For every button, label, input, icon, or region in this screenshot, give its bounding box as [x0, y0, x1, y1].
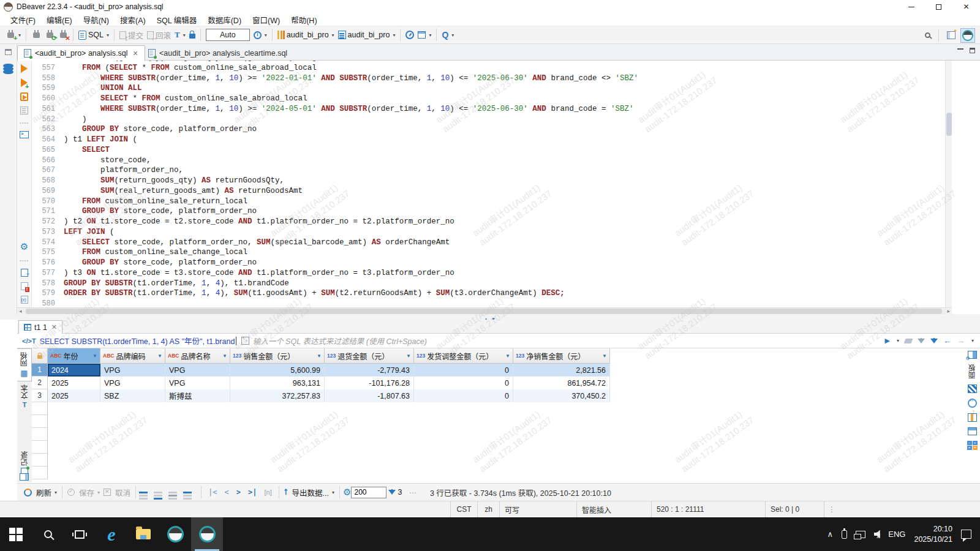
code-line[interactable]: 572) t2 ON t1.store_code = t2.store_code…: [32, 217, 944, 227]
editor-vertical-scrollbar[interactable]: [945, 61, 952, 307]
sort-icon[interactable]: ▼: [317, 353, 322, 359]
usb-icon[interactable]: [842, 530, 847, 539]
menu-item[interactable]: 帮助(H): [285, 13, 322, 27]
minimize-editor-icon[interactable]: [957, 48, 963, 50]
perspective-icon[interactable]: [947, 31, 956, 39]
grid-cell[interactable]: VPG: [165, 377, 230, 389]
language-indicator[interactable]: ENG: [888, 530, 905, 539]
presentation-tab-grid[interactable]: 网格▦: [17, 348, 32, 381]
transaction-log-button[interactable]: T▾: [173, 29, 187, 41]
history-caret[interactable]: ▾: [971, 338, 974, 343]
grid-cell[interactable]: 861,954.72: [513, 377, 610, 389]
delete-row-icon[interactable]: [168, 492, 177, 493]
export-data-button[interactable]: ⭡导出数据...▾: [282, 485, 336, 500]
fetch-size-input[interactable]: [351, 487, 386, 498]
menu-item[interactable]: 导航(N): [78, 13, 115, 27]
grid-cell[interactable]: VPG: [100, 377, 165, 389]
grid-cell[interactable]: 5,600.99: [230, 364, 325, 377]
next-page-button[interactable]: >: [236, 488, 241, 497]
search-button[interactable]: Q▾: [440, 29, 456, 41]
code-line[interactable]: 567 platform_order_no,: [32, 165, 944, 176]
toggle-panel-icon[interactable]: [20, 473, 29, 481]
autocommit-lock-button[interactable]: [187, 30, 197, 40]
prev-page-button[interactable]: <: [225, 488, 229, 497]
execute-new-tab-icon[interactable]: [21, 78, 28, 87]
edit-row-icon[interactable]: [183, 492, 192, 493]
grid-corner-lock[interactable]: [32, 348, 48, 364]
column-header[interactable]: ABC品牌名称▼: [165, 348, 230, 364]
filter-history-caret[interactable]: ▾: [897, 338, 899, 343]
save-button[interactable]: 保存▾: [66, 485, 102, 500]
grid-cell[interactable]: -101,176.28: [325, 377, 414, 389]
code-line[interactable]: 571 GROUP BY store_code, platform_order_…: [32, 206, 944, 217]
maximize-button[interactable]: [925, 0, 952, 13]
result-tab-t1[interactable]: t1 1 ✕: [18, 320, 62, 334]
presentation-tab-record[interactable]: 记录: [17, 448, 32, 477]
code-line[interactable]: 577) t3 ON t1.store_code = t3.store_code…: [32, 268, 944, 279]
connection-selector[interactable]: audit_bi_pro▾: [276, 29, 336, 40]
grid-cell[interactable]: -1,807.63: [325, 389, 414, 402]
disconnect-button[interactable]: [56, 29, 70, 41]
result-tab-close-icon[interactable]: ✕: [51, 323, 57, 331]
filter-count[interactable]: 3: [386, 487, 404, 498]
dbeaver-perspective-button[interactable]: [960, 28, 975, 43]
code-line[interactable]: 580: [32, 299, 944, 307]
action-center-icon[interactable]: [961, 530, 971, 539]
editor-results-splitter[interactable]: ▲ ▼: [0, 314, 980, 320]
add-row-icon[interactable]: [139, 492, 148, 493]
grid-cell[interactable]: 0: [414, 364, 513, 377]
code-line[interactable]: 559 UNION ALL: [32, 83, 944, 94]
rollback-button[interactable]: 回滚: [145, 28, 173, 42]
menu-item[interactable]: 编辑(E): [41, 13, 78, 27]
grid-cell[interactable]: 2024: [48, 364, 100, 377]
tab-analysis-sql[interactable]: <audit_bi_pro> analysis.sql ✕: [17, 45, 145, 61]
code-line[interactable]: 573LEFT JOIN (: [32, 227, 944, 238]
sort-icon[interactable]: ▼: [602, 353, 607, 359]
grid-cell[interactable]: SBZ: [100, 389, 165, 402]
taskbar-search-button[interactable]: [32, 517, 64, 551]
apply-filter-icon[interactable]: ▶: [885, 337, 890, 345]
edit-filter-icon[interactable]: [918, 339, 925, 343]
menu-item[interactable]: 窗口(W): [247, 13, 285, 27]
grid-cell[interactable]: 2025: [48, 389, 100, 402]
code-line[interactable]: 569 SUM(real_return_goods_amt) AS return…: [32, 186, 944, 197]
code-line[interactable]: 557 FROM (SELECT * FROM custom_online_sa…: [32, 63, 944, 73]
column-header[interactable]: 123退货金额（元）▼: [325, 348, 414, 364]
menu-item[interactable]: SQL 编辑器: [151, 13, 203, 27]
duplicate-row-icon[interactable]: [154, 492, 162, 493]
menu-item[interactable]: 数据库(D): [202, 13, 247, 27]
transaction-history-button[interactable]: ▾: [252, 30, 269, 40]
row-number[interactable]: 3: [32, 389, 48, 402]
grid-cell[interactable]: 斯搏兹: [165, 389, 230, 402]
sql-editor[interactable]: •••• ⚙ •••• 556 SUM(goods_qty) AS goodsQ…: [17, 61, 952, 307]
filter-input[interactable]: 输入一个 SQL 表达式来过滤结果 (使用 Ctrl+Space): [253, 335, 885, 347]
grid-cell[interactable]: 370,450.2: [513, 389, 610, 402]
filters-icon[interactable]: [930, 339, 938, 343]
sort-icon[interactable]: ▼: [222, 353, 227, 359]
column-header[interactable]: ABC品牌编码▼: [100, 348, 165, 364]
row-number[interactable]: 1: [32, 364, 48, 377]
execute-statement-icon[interactable]: [21, 64, 28, 73]
code-line[interactable]: 565 SELECT: [32, 145, 944, 156]
connect-button[interactable]: [29, 29, 43, 41]
code-line[interactable]: 561 WHERE SUBSTR(order_time, 1, 10) >= '…: [32, 104, 944, 114]
calc-column-icon[interactable]: [968, 413, 977, 422]
column-header[interactable]: 123发货调整金额（元）▼: [414, 348, 513, 364]
code-line[interactable]: 560 SELECT * FROM custom_online_sale_abr…: [32, 94, 944, 104]
grid-cell[interactable]: 2025: [48, 377, 100, 389]
sql-console-icon[interactable]: [20, 131, 29, 138]
maximize-editor-icon[interactable]: [970, 48, 975, 53]
code-line[interactable]: 558 WHERE SUBSTR(order_time, 1, 10) >= '…: [32, 73, 944, 84]
quick-search-icon[interactable]: [925, 32, 930, 38]
close-button[interactable]: ✕: [952, 0, 980, 13]
task-view-button[interactable]: [64, 517, 96, 551]
grid-cell[interactable]: 2,821.56: [513, 364, 610, 377]
code-line[interactable]: 563 GROUP BY store_code, platform_order_…: [32, 124, 944, 135]
row-number[interactable]: 2: [32, 377, 48, 389]
window-layout-button[interactable]: ▾: [416, 30, 433, 40]
references-icon[interactable]: [968, 399, 977, 408]
commit-button[interactable]: 提交: [118, 28, 145, 42]
dbeaver-taskbar-button-active[interactable]: [191, 517, 223, 551]
editor-settings-icon[interactable]: ⚙: [20, 241, 28, 252]
history-forward-icon[interactable]: →: [957, 336, 965, 345]
